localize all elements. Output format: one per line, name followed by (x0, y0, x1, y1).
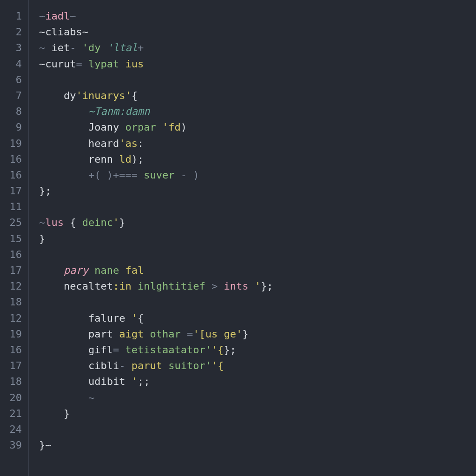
line-number: 21 (0, 406, 28, 422)
line-number: 19 (0, 136, 28, 152)
code-token: ' (255, 280, 261, 292)
code-line (39, 247, 476, 263)
code-token: '{ (212, 344, 224, 356)
line-number: 15 (0, 231, 28, 247)
line-number: 17 (0, 183, 28, 199)
line-number: 16 (0, 152, 28, 167)
code-line: cibli- parut suitor''{ (39, 358, 476, 374)
code-token: cibli (88, 360, 119, 371)
code-token: ~ (39, 42, 52, 53)
line-number: 24 (0, 422, 28, 437)
code-token: = (76, 58, 88, 70)
code-token: + (138, 42, 144, 53)
code-token: ~ (39, 217, 45, 228)
code-token: :damn (119, 106, 150, 117)
code-line: ~lus { deinc'} (39, 215, 476, 231)
line-number: 3 (0, 40, 28, 56)
line-number: 16 (0, 167, 28, 183)
line-number: 6 (0, 72, 28, 88)
code-token: : (138, 138, 144, 149)
code-token: fal (125, 264, 144, 276)
code-token: deinc (82, 217, 113, 228)
code-token: 'dy (82, 42, 107, 53)
code-token: udibit (88, 376, 132, 387)
code-line (39, 422, 476, 437)
code-line: dy'inuarys'{ (39, 88, 476, 104)
code-token: 'inuarys' (76, 90, 131, 101)
code-token: } (39, 233, 45, 245)
code-token: ' (132, 312, 138, 324)
code-token: > (212, 280, 224, 292)
code-token: part (88, 328, 119, 340)
code-token: ~ (88, 392, 94, 403)
line-number: 20 (0, 390, 28, 406)
code-line: }; (39, 183, 476, 199)
code-token: iet (52, 42, 70, 53)
code-token: 'as (119, 138, 138, 149)
code-line: ~Tanm:damn (39, 104, 476, 119)
line-number: 8 (0, 104, 28, 119)
code-line: }~ (39, 437, 476, 453)
code-line: ~iadl~ (39, 8, 476, 24)
code-token: - ) (174, 169, 199, 181)
code-line (39, 294, 476, 310)
code-token: iadl (45, 10, 70, 22)
code-token: }; (261, 280, 273, 292)
code-token: } (242, 328, 248, 340)
line-number: 11 (0, 199, 28, 215)
line-number: 16 (0, 342, 28, 358)
code-token: 'fd (162, 121, 181, 133)
code-token: '{ (212, 360, 224, 371)
line-number: 39 (0, 437, 28, 453)
code-line: pary nane fal (39, 263, 476, 278)
code-line: ~curut= lypat ius (39, 56, 476, 72)
line-number: 12 (0, 278, 28, 294)
code-token: gifl (88, 344, 113, 356)
code-token: }; (224, 344, 236, 356)
code-line: udibit ';; (39, 374, 476, 390)
code-token: '[us ge' (193, 328, 242, 340)
code-line: ~cliabs~ (39, 24, 476, 40)
line-number-gutter: 1234678919161617112515161712181219161718… (0, 0, 29, 476)
code-token: 'ltal (107, 42, 138, 53)
code-line (39, 72, 476, 88)
code-token: pary (64, 264, 94, 276)
code-token: falure (88, 312, 132, 324)
code-area[interactable]: ~iadl~~cliabs~~ iet- 'dy 'ltal+~curut= l… (29, 0, 476, 476)
code-line: Joany orpar 'fd) (39, 119, 476, 135)
code-token: ~ (70, 10, 76, 22)
code-line: necaltet:in inlghtitief > ints '}; (39, 278, 476, 294)
line-number: 2 (0, 24, 28, 40)
code-token: :in (113, 280, 138, 292)
code-token: ~curut (39, 58, 76, 70)
code-token: ~Tanm (88, 106, 119, 117)
code-token: renn (88, 153, 119, 165)
code-token: { (138, 312, 144, 324)
code-token: parut (132, 360, 168, 371)
code-line: renn ld); (39, 152, 476, 167)
code-line: heard'as: (39, 136, 476, 152)
code-token: tetistaatator' (125, 344, 211, 356)
line-number: 25 (0, 215, 28, 231)
line-number: 19 (0, 326, 28, 342)
code-token: ius (125, 58, 144, 70)
code-token: ) (181, 121, 187, 133)
code-line: part aigt othar ='[us ge'} (39, 326, 476, 342)
code-token: Joany (88, 121, 125, 133)
code-token: heard (88, 138, 119, 149)
line-number: 9 (0, 119, 28, 135)
line-number: 12 (0, 311, 28, 326)
line-number: 18 (0, 374, 28, 390)
line-number: 16 (0, 247, 28, 263)
code-token: suitor' (168, 360, 212, 371)
code-line: ~ (39, 390, 476, 406)
code-token: = (187, 328, 193, 340)
line-number: 1 (0, 8, 28, 24)
code-token: ~ (39, 10, 45, 22)
code-token: aigt (119, 328, 150, 340)
code-token: ints (224, 280, 254, 292)
code-token: }~ (39, 439, 52, 451)
code-line: gifl= tetistaatator''{}; (39, 342, 476, 358)
code-token: nane (94, 264, 125, 276)
code-token: +( )+=== (88, 169, 144, 181)
